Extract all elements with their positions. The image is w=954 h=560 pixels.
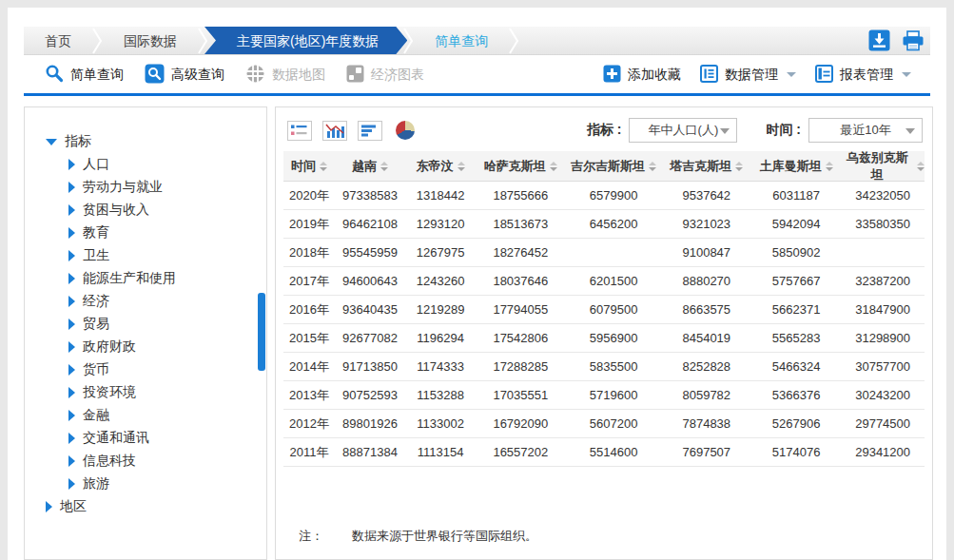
value-cell: 94600643 [335, 274, 405, 288]
table-row: 2018年95545959126797518276452910084758509… [283, 239, 925, 267]
time-select[interactable]: 最近10年 [808, 118, 923, 143]
value-cell: 5565283 [751, 331, 841, 345]
column-header-越南[interactable]: 越南 [335, 158, 405, 175]
table-row: 2016年93640435121928917794055607950086635… [283, 296, 925, 324]
breadcrumb-separator-icon [509, 27, 519, 54]
tree-item-label: 卫生 [83, 247, 109, 264]
column-header-土库曼斯坦[interactable]: 土库曼斯坦 [751, 158, 841, 175]
data-map-button[interactable]: 数据地图 [245, 64, 325, 87]
econ-charts-button[interactable]: 经济图表 [346, 65, 424, 86]
value-cell: 89801926 [335, 416, 405, 431]
value-cell: 1318442 [405, 188, 476, 203]
breadcrumb-tab-3[interactable]: 主要国家(地区)年度数据 [204, 27, 407, 54]
tree-item-label: 旅游 [83, 475, 109, 492]
breadcrumb-tab-4[interactable]: 简单查询 [414, 27, 509, 54]
chevron-down-icon [787, 72, 796, 77]
view-switcher [287, 121, 418, 141]
column-header-东帝汶[interactable]: 东帝汶 [405, 158, 476, 175]
tree-item-经济[interactable]: 经济 [25, 290, 266, 313]
column-header-吉尔吉斯斯坦[interactable]: 吉尔吉斯斯坦 [566, 158, 662, 175]
page-card: 首页国际数据主要国家(地区)年度数据简单查询 简单查询 高级查询 [8, 8, 946, 560]
table-view-icon[interactable] [287, 121, 312, 141]
value-cell: 5835500 [566, 359, 662, 374]
data-manage-label: 数据管理 [725, 67, 778, 84]
tree-item-金融[interactable]: 金融 [25, 404, 266, 427]
advanced-query-button[interactable]: 高级查询 [145, 64, 224, 87]
data-manage-button[interactable]: 数据管理 [700, 65, 796, 86]
tree-item-教育[interactable]: 教育 [25, 222, 266, 244]
tree-item-label: 信息科技 [83, 453, 136, 470]
document-list-icon [700, 65, 718, 86]
column-header-哈萨克斯坦[interactable]: 哈萨克斯坦 [476, 158, 565, 175]
value-cell: 5956900 [566, 331, 662, 345]
chevron-down-icon [905, 128, 915, 134]
econ-charts-label: 经济图表 [371, 67, 424, 84]
expand-icon [68, 296, 75, 307]
data-table: 时间越南东帝汶哈萨克斯坦吉尔吉斯斯坦塔吉克斯坦土库曼斯坦乌兹别克斯坦 2020年… [283, 151, 925, 467]
tree-item-信息科技[interactable]: 信息科技 [25, 450, 266, 473]
tree-item-货币[interactable]: 货币 [25, 358, 266, 381]
tree-item-旅游[interactable]: 旅游 [25, 473, 266, 495]
value-cell: 5267906 [751, 416, 841, 431]
toolbar: 简单查询 高级查询 数据地图 经济图表 添加收藏 [24, 56, 930, 96]
data-map-label: 数据地图 [272, 67, 325, 84]
value-cell: 1113154 [405, 445, 476, 459]
breadcrumb-tab-2[interactable]: 国际数据 [103, 27, 198, 54]
tree-item-贸易[interactable]: 贸易 [25, 313, 266, 336]
expand-icon [68, 478, 75, 490]
table-row: 2020年97338583131844218755666657990095376… [283, 182, 925, 210]
tree-root-region[interactable]: 地区 [25, 495, 266, 518]
expand-icon [68, 387, 75, 398]
value-cell: 1174333 [405, 359, 476, 374]
tree-item-label: 贫困与收入 [83, 202, 149, 219]
tree-item-label: 投资环境 [83, 384, 136, 401]
simple-query-label: 简单查询 [70, 67, 124, 84]
year-cell: 2014年 [283, 358, 335, 376]
tree-item-劳动力与就业[interactable]: 劳动力与就业 [25, 176, 266, 199]
add-favorite-button[interactable]: 添加收藏 [603, 65, 681, 86]
plus-icon [603, 65, 621, 86]
tree-item-能源生产和使用[interactable]: 能源生产和使用 [25, 267, 266, 290]
breadcrumb-separator-icon [198, 27, 208, 54]
column-header-塔吉克斯坦[interactable]: 塔吉克斯坦 [662, 158, 751, 175]
table-row: 2014年91713850117433317288285583550082528… [283, 353, 925, 381]
tree-root-indicator[interactable]: 指标 [25, 130, 266, 153]
column-header-时间[interactable]: 时间 [283, 158, 335, 175]
value-cell: 8454019 [662, 331, 751, 345]
tree-item-卫生[interactable]: 卫生 [25, 244, 266, 267]
value-cell: 93640435 [335, 302, 405, 317]
value-cell: 5366376 [751, 388, 841, 402]
printer-icon[interactable] [902, 30, 925, 51]
tree-item-交通和通讯[interactable]: 交通和通讯 [25, 427, 266, 450]
search-box-icon [145, 64, 165, 87]
tree-item-政府财政[interactable]: 政府财政 [25, 336, 266, 358]
year-cell: 2011年 [283, 444, 335, 461]
pie-chart-view-icon[interactable] [393, 121, 418, 141]
value-cell: 1219289 [405, 302, 476, 317]
year-cell: 2016年 [283, 301, 335, 319]
expand-icon [68, 204, 75, 216]
horizontal-bar-view-icon[interactable] [358, 121, 382, 141]
column-header-label: 时间 [291, 158, 316, 175]
value-cell: 30757700 [841, 359, 925, 374]
table-header-row: 时间越南东帝汶哈萨克斯坦吉尔吉斯斯坦塔吉克斯坦土库曼斯坦乌兹别克斯坦 [283, 151, 925, 182]
tree-item-投资环境[interactable]: 投资环境 [25, 381, 266, 404]
value-cell: 91713850 [335, 359, 405, 374]
report-manage-button[interactable]: 报表管理 [815, 65, 911, 86]
simple-query-button[interactable]: 简单查询 [45, 64, 124, 86]
tree-item-贫困与收入[interactable]: 贫困与收入 [25, 199, 266, 222]
download-icon[interactable] [868, 29, 890, 51]
advanced-query-label: 高级查询 [171, 67, 224, 84]
column-header-乌兹别克斯坦[interactable]: 乌兹别克斯坦 [841, 149, 925, 183]
tree-item-label: 能源生产和使用 [83, 270, 176, 287]
breadcrumb-tab-1[interactable]: 首页 [24, 27, 92, 54]
tree-item-人口[interactable]: 人口 [25, 153, 266, 176]
pie-shape [396, 121, 415, 140]
sidebar-scrollbar-thumb[interactable] [258, 293, 265, 371]
add-favorite-label: 添加收藏 [628, 67, 681, 84]
bar-chart-view-icon[interactable] [322, 121, 347, 141]
value-cell: 9100847 [662, 245, 751, 260]
value-cell: 33580350 [841, 217, 925, 231]
sort-icon [458, 162, 465, 171]
indicator-select[interactable]: 年中人口(人) [629, 118, 737, 143]
